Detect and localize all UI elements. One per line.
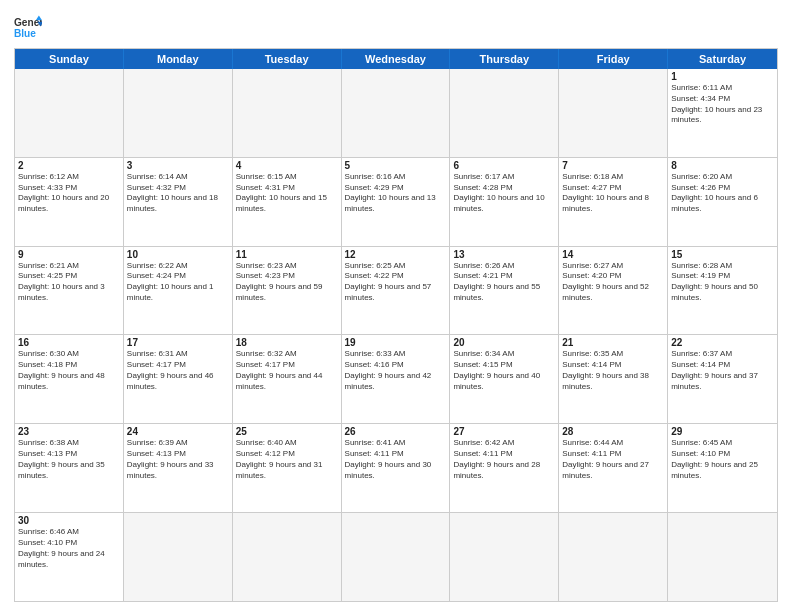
calendar-cell: 6Sunrise: 6:17 AMSunset: 4:28 PMDaylight… xyxy=(450,158,559,246)
calendar-cell: 22Sunrise: 6:37 AMSunset: 4:14 PMDayligh… xyxy=(668,335,777,423)
calendar-cell xyxy=(124,69,233,157)
col-header-monday: Monday xyxy=(124,49,233,69)
calendar-row-3: 9Sunrise: 6:21 AMSunset: 4:25 PMDaylight… xyxy=(15,246,777,335)
day-info: Sunrise: 6:15 AMSunset: 4:31 PMDaylight:… xyxy=(236,172,338,215)
day-info: Sunrise: 6:12 AMSunset: 4:33 PMDaylight:… xyxy=(18,172,120,215)
day-number: 6 xyxy=(453,160,555,171)
day-number: 21 xyxy=(562,337,664,348)
calendar-cell xyxy=(668,513,777,601)
day-number: 27 xyxy=(453,426,555,437)
calendar-cell: 13Sunrise: 6:26 AMSunset: 4:21 PMDayligh… xyxy=(450,247,559,335)
day-info: Sunrise: 6:23 AMSunset: 4:23 PMDaylight:… xyxy=(236,261,338,304)
col-header-tuesday: Tuesday xyxy=(233,49,342,69)
day-info: Sunrise: 6:46 AMSunset: 4:10 PMDaylight:… xyxy=(18,527,120,570)
svg-text:Blue: Blue xyxy=(14,28,36,39)
day-number: 11 xyxy=(236,249,338,260)
logo: General Blue xyxy=(14,14,42,42)
calendar-cell: 28Sunrise: 6:44 AMSunset: 4:11 PMDayligh… xyxy=(559,424,668,512)
logo-icon: General Blue xyxy=(14,14,42,42)
day-info: Sunrise: 6:37 AMSunset: 4:14 PMDaylight:… xyxy=(671,349,774,392)
day-number: 22 xyxy=(671,337,774,348)
calendar-cell: 18Sunrise: 6:32 AMSunset: 4:17 PMDayligh… xyxy=(233,335,342,423)
day-info: Sunrise: 6:14 AMSunset: 4:32 PMDaylight:… xyxy=(127,172,229,215)
day-number: 3 xyxy=(127,160,229,171)
col-header-wednesday: Wednesday xyxy=(342,49,451,69)
calendar-row-6: 30Sunrise: 6:46 AMSunset: 4:10 PMDayligh… xyxy=(15,512,777,601)
day-number: 13 xyxy=(453,249,555,260)
col-header-thursday: Thursday xyxy=(450,49,559,69)
calendar-cell: 8Sunrise: 6:20 AMSunset: 4:26 PMDaylight… xyxy=(668,158,777,246)
calendar-cell: 10Sunrise: 6:22 AMSunset: 4:24 PMDayligh… xyxy=(124,247,233,335)
header: General Blue xyxy=(14,10,778,42)
day-info: Sunrise: 6:16 AMSunset: 4:29 PMDaylight:… xyxy=(345,172,447,215)
calendar-cell: 17Sunrise: 6:31 AMSunset: 4:17 PMDayligh… xyxy=(124,335,233,423)
calendar-cell: 1Sunrise: 6:11 AMSunset: 4:34 PMDaylight… xyxy=(668,69,777,157)
col-header-friday: Friday xyxy=(559,49,668,69)
day-number: 23 xyxy=(18,426,120,437)
day-number: 29 xyxy=(671,426,774,437)
day-number: 5 xyxy=(345,160,447,171)
day-info: Sunrise: 6:45 AMSunset: 4:10 PMDaylight:… xyxy=(671,438,774,481)
calendar-cell xyxy=(450,69,559,157)
calendar-cell xyxy=(559,69,668,157)
page: General Blue SundayMondayTuesdayWednesda… xyxy=(0,0,792,612)
calendar-cell: 29Sunrise: 6:45 AMSunset: 4:10 PMDayligh… xyxy=(668,424,777,512)
day-number: 10 xyxy=(127,249,229,260)
day-number: 24 xyxy=(127,426,229,437)
calendar-cell: 26Sunrise: 6:41 AMSunset: 4:11 PMDayligh… xyxy=(342,424,451,512)
day-info: Sunrise: 6:25 AMSunset: 4:22 PMDaylight:… xyxy=(345,261,447,304)
calendar-cell: 7Sunrise: 6:18 AMSunset: 4:27 PMDaylight… xyxy=(559,158,668,246)
day-info: Sunrise: 6:41 AMSunset: 4:11 PMDaylight:… xyxy=(345,438,447,481)
day-info: Sunrise: 6:42 AMSunset: 4:11 PMDaylight:… xyxy=(453,438,555,481)
day-info: Sunrise: 6:28 AMSunset: 4:19 PMDaylight:… xyxy=(671,261,774,304)
calendar-cell: 25Sunrise: 6:40 AMSunset: 4:12 PMDayligh… xyxy=(233,424,342,512)
calendar-cell: 9Sunrise: 6:21 AMSunset: 4:25 PMDaylight… xyxy=(15,247,124,335)
day-info: Sunrise: 6:11 AMSunset: 4:34 PMDaylight:… xyxy=(671,83,774,126)
calendar: SundayMondayTuesdayWednesdayThursdayFrid… xyxy=(14,48,778,602)
day-number: 18 xyxy=(236,337,338,348)
calendar-cell: 15Sunrise: 6:28 AMSunset: 4:19 PMDayligh… xyxy=(668,247,777,335)
calendar-cell xyxy=(342,69,451,157)
calendar-row-5: 23Sunrise: 6:38 AMSunset: 4:13 PMDayligh… xyxy=(15,423,777,512)
col-header-saturday: Saturday xyxy=(668,49,777,69)
calendar-cell: 4Sunrise: 6:15 AMSunset: 4:31 PMDaylight… xyxy=(233,158,342,246)
day-info: Sunrise: 6:32 AMSunset: 4:17 PMDaylight:… xyxy=(236,349,338,392)
calendar-cell: 19Sunrise: 6:33 AMSunset: 4:16 PMDayligh… xyxy=(342,335,451,423)
day-info: Sunrise: 6:44 AMSunset: 4:11 PMDaylight:… xyxy=(562,438,664,481)
day-info: Sunrise: 6:20 AMSunset: 4:26 PMDaylight:… xyxy=(671,172,774,215)
day-info: Sunrise: 6:34 AMSunset: 4:15 PMDaylight:… xyxy=(453,349,555,392)
day-info: Sunrise: 6:35 AMSunset: 4:14 PMDaylight:… xyxy=(562,349,664,392)
calendar-row-4: 16Sunrise: 6:30 AMSunset: 4:18 PMDayligh… xyxy=(15,334,777,423)
calendar-cell: 27Sunrise: 6:42 AMSunset: 4:11 PMDayligh… xyxy=(450,424,559,512)
calendar-cell: 24Sunrise: 6:39 AMSunset: 4:13 PMDayligh… xyxy=(124,424,233,512)
day-number: 26 xyxy=(345,426,447,437)
day-info: Sunrise: 6:17 AMSunset: 4:28 PMDaylight:… xyxy=(453,172,555,215)
calendar-cell: 2Sunrise: 6:12 AMSunset: 4:33 PMDaylight… xyxy=(15,158,124,246)
calendar-cell: 21Sunrise: 6:35 AMSunset: 4:14 PMDayligh… xyxy=(559,335,668,423)
day-number: 17 xyxy=(127,337,229,348)
day-number: 19 xyxy=(345,337,447,348)
calendar-cell: 14Sunrise: 6:27 AMSunset: 4:20 PMDayligh… xyxy=(559,247,668,335)
calendar-body: 1Sunrise: 6:11 AMSunset: 4:34 PMDaylight… xyxy=(15,69,777,601)
day-number: 28 xyxy=(562,426,664,437)
day-number: 25 xyxy=(236,426,338,437)
day-info: Sunrise: 6:22 AMSunset: 4:24 PMDaylight:… xyxy=(127,261,229,304)
day-number: 15 xyxy=(671,249,774,260)
day-info: Sunrise: 6:31 AMSunset: 4:17 PMDaylight:… xyxy=(127,349,229,392)
calendar-cell xyxy=(124,513,233,601)
day-number: 2 xyxy=(18,160,120,171)
calendar-cell xyxy=(450,513,559,601)
calendar-row-1: 1Sunrise: 6:11 AMSunset: 4:34 PMDaylight… xyxy=(15,69,777,157)
day-info: Sunrise: 6:18 AMSunset: 4:27 PMDaylight:… xyxy=(562,172,664,215)
calendar-cell: 20Sunrise: 6:34 AMSunset: 4:15 PMDayligh… xyxy=(450,335,559,423)
calendar-cell xyxy=(233,69,342,157)
day-number: 16 xyxy=(18,337,120,348)
col-header-sunday: Sunday xyxy=(15,49,124,69)
calendar-cell: 3Sunrise: 6:14 AMSunset: 4:32 PMDaylight… xyxy=(124,158,233,246)
day-number: 12 xyxy=(345,249,447,260)
day-info: Sunrise: 6:38 AMSunset: 4:13 PMDaylight:… xyxy=(18,438,120,481)
calendar-cell xyxy=(342,513,451,601)
calendar-cell xyxy=(559,513,668,601)
calendar-cell: 16Sunrise: 6:30 AMSunset: 4:18 PMDayligh… xyxy=(15,335,124,423)
day-info: Sunrise: 6:33 AMSunset: 4:16 PMDaylight:… xyxy=(345,349,447,392)
